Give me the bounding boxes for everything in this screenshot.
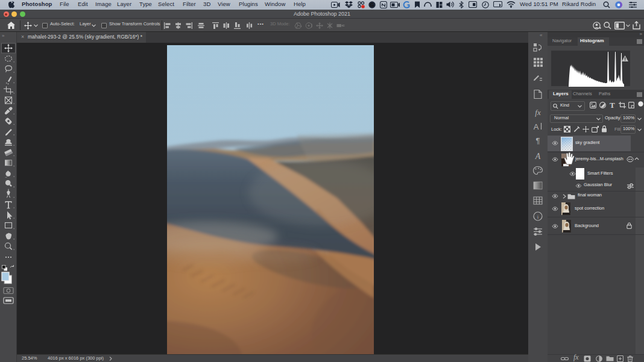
svg-text:A: A: [535, 152, 541, 161]
svg-text:¶: ¶: [536, 136, 540, 145]
svg-text:fx: fx: [535, 108, 541, 117]
svg-text:G: G: [370, 2, 374, 8]
svg-text:A: A: [534, 122, 539, 131]
svg-text:i: i: [537, 214, 539, 220]
